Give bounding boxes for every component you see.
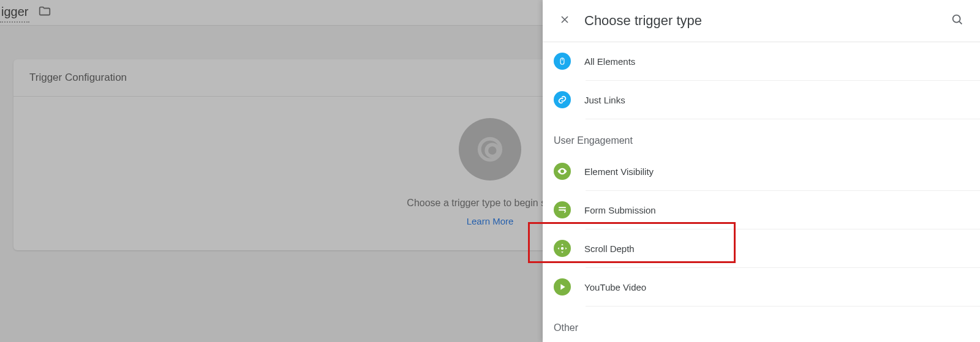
- learn-more-link[interactable]: Learn More: [467, 216, 514, 226]
- trigger-name-input[interactable]: igger: [0, 2, 29, 23]
- trigger-option-label: Element Visibility: [584, 166, 654, 177]
- folder-icon[interactable]: [38, 5, 51, 21]
- trigger-option-label: Form Submission: [584, 205, 656, 215]
- trigger-option-label: Scroll Depth: [584, 243, 635, 254]
- svg-point-5: [562, 171, 564, 173]
- trigger-option-label: All Elements: [584, 56, 635, 67]
- svg-point-2: [953, 15, 960, 23]
- link-icon: [554, 91, 571, 108]
- panel-title: Choose trigger type: [584, 13, 951, 29]
- scroll-icon: [554, 240, 571, 257]
- svg-point-1: [486, 144, 498, 156]
- close-icon[interactable]: [559, 13, 571, 28]
- section-header: Other: [543, 307, 980, 340]
- play-icon: [554, 278, 571, 296]
- trigger-option-all-elements[interactable]: All Elements: [543, 42, 980, 80]
- trigger-option-scroll-depth[interactable]: Scroll Depth: [543, 229, 980, 267]
- svg-point-8: [561, 247, 564, 250]
- trigger-placeholder-icon: [459, 118, 521, 180]
- trigger-option-form-submission[interactable]: Form Submission: [543, 191, 980, 229]
- trigger-option-element-visibility[interactable]: Element Visibility: [543, 152, 980, 190]
- trigger-option-label: YouTube Video: [584, 282, 646, 292]
- eye-icon: [554, 163, 571, 180]
- choose-trigger-panel: Choose trigger type All ElementsJust Lin…: [543, 0, 980, 342]
- section-header: User Engagement: [543, 119, 980, 152]
- search-icon[interactable]: [951, 13, 964, 29]
- mouse-icon: [554, 53, 571, 70]
- trigger-option-label: Just Links: [584, 95, 625, 105]
- form-icon: [554, 201, 571, 218]
- trigger-option-just-links[interactable]: Just Links: [543, 81, 980, 119]
- svg-rect-6: [559, 207, 566, 208]
- trigger-option-youtube-video[interactable]: YouTube Video: [543, 268, 980, 306]
